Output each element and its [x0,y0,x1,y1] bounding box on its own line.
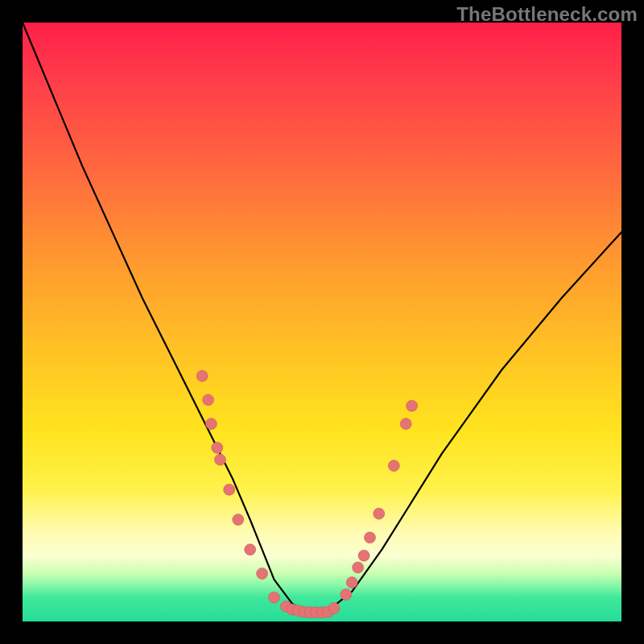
marker-dot [346,577,357,588]
marker-dot [353,562,364,573]
plot-area [23,23,621,621]
marker-dot [257,568,268,580]
marker-group [196,370,417,618]
marker-dot [407,400,418,411]
marker-dot [388,460,399,472]
marker-dot [400,419,411,430]
marker-dot [196,370,208,382]
marker-dot [374,508,385,519]
marker-dot [341,589,352,601]
marker-dot [224,484,235,495]
marker-dot [203,394,214,406]
marker-dot [233,514,244,526]
brand-label: TheBottleneck.com [456,3,638,26]
curve-layer [23,23,621,621]
marker-dot [212,442,223,453]
marker-dot [358,550,369,561]
marker-dot [365,532,376,543]
marker-dot [245,544,256,555]
marker-dot [215,454,226,465]
marker-dot [205,419,217,430]
marker-dot [269,592,280,603]
marker-dot [328,603,340,614]
stage: TheBottleneck.com [0,0,644,644]
bottleneck-curve [23,23,621,616]
